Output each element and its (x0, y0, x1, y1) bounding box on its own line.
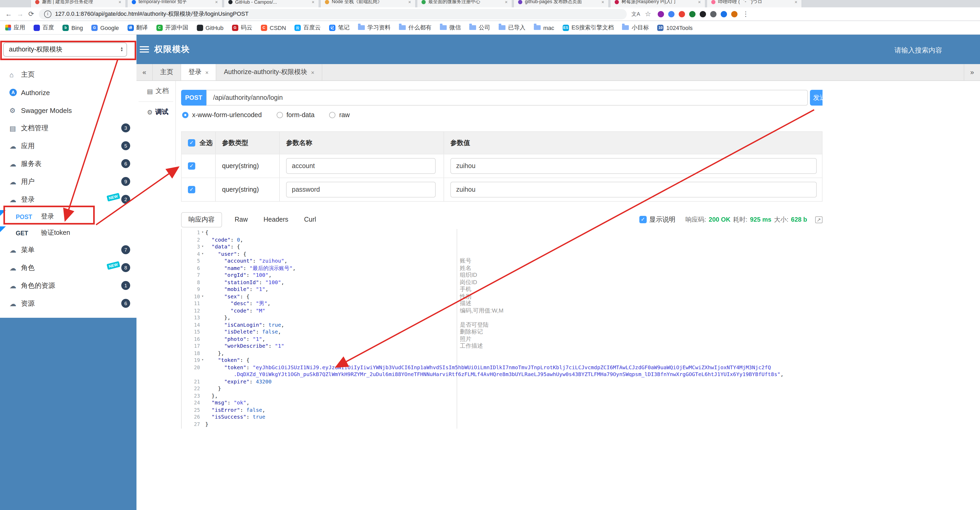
browser-menu-icon[interactable]: ⋮ (742, 11, 749, 18)
debug-panel-item[interactable]: ⚙ 调试 (137, 102, 175, 123)
line-gutter[interactable] (181, 371, 205, 378)
tabs-scroll-right-icon[interactable]: » (964, 64, 980, 80)
browser-tab[interactable]: 趣图 | 建造异步任务处理× (30, 0, 126, 7)
extension-icon[interactable] (689, 11, 695, 17)
param-name-input[interactable]: account (286, 158, 436, 174)
bookmark-item[interactable]: 学习资料 (358, 24, 391, 32)
site-info-icon[interactable]: i (44, 10, 51, 18)
line-gutter[interactable]: 14 (181, 321, 205, 328)
line-gutter[interactable]: 2 (181, 236, 205, 243)
tab-close-icon[interactable]: × (311, 69, 314, 75)
line-gutter[interactable]: 12 (181, 307, 205, 314)
line-gutter[interactable]: 23 (181, 392, 205, 399)
bookmark-item[interactable]: 应用 (5, 24, 25, 32)
bookmark-item[interactable]: 百度 (33, 24, 54, 32)
sidebar-item[interactable]: ☁用户9 (0, 173, 137, 191)
line-gutter[interactable]: 6 (181, 265, 205, 271)
tab-close-icon[interactable]: × (794, 0, 797, 5)
address-bar[interactable]: i 127.0.0.1:8760/api/gate/doc.html#/auth… (39, 9, 627, 19)
browser-tab[interactable]: Node 全栈《前端乱炖》× (320, 0, 416, 7)
response-tab[interactable]: Raw (231, 213, 251, 226)
sidebar-item[interactable]: ☁应用5 (0, 137, 137, 155)
sidebar-item[interactable]: ☁资源6 (0, 295, 137, 312)
request-url-field[interactable]: /api/authority/anno/login (206, 90, 808, 105)
sidebar-item[interactable]: AAuthorize (0, 83, 137, 101)
fold-icon[interactable]: ▾ (200, 229, 205, 236)
fold-icon[interactable]: ▾ (200, 293, 205, 300)
extension-icon[interactable] (710, 11, 716, 17)
fold-icon[interactable]: ▾ (200, 250, 205, 257)
tab-close-icon[interactable]: × (505, 0, 508, 5)
tab-close-icon[interactable]: × (205, 69, 208, 75)
line-gutter[interactable]: 4▾ (181, 250, 205, 257)
param-value-input[interactable]: zuihou (450, 158, 817, 174)
line-gutter[interactable]: 20 (181, 364, 205, 371)
bookmark-item[interactable]: 小目标 (622, 24, 649, 32)
response-tab[interactable]: Curl (301, 213, 320, 226)
line-gutter[interactable]: 1▾ (181, 229, 205, 236)
bookmark-item[interactable]: bBing (62, 24, 83, 31)
tab-close-icon[interactable]: × (408, 0, 411, 5)
extension-icon[interactable] (731, 11, 738, 17)
sidebar-item[interactable]: ☁菜单7 (0, 241, 137, 259)
radio-icon[interactable] (329, 112, 336, 118)
bookmark-item[interactable]: 云百度云 (294, 24, 321, 32)
bookmark-item[interactable]: C开源中国 (156, 24, 188, 32)
row-checkbox[interactable]: ✓ (188, 186, 195, 193)
back-icon[interactable]: ← (5, 11, 12, 18)
param-name-input[interactable]: password (286, 182, 436, 198)
bookmark-star-icon[interactable]: ☆ (645, 11, 651, 18)
tab-close-icon[interactable]: × (698, 0, 701, 5)
response-body-code[interactable]: 1▾{2 "code": 0,3▾ "data": {4▾ "user": {5… (181, 229, 822, 429)
content-type-option[interactable]: x-www-form-urlencoded (182, 112, 262, 119)
send-button[interactable]: 发送 (810, 90, 822, 105)
line-gutter[interactable]: 3▾ (181, 243, 205, 250)
extension-icon[interactable] (700, 11, 706, 17)
browser-tab[interactable]: 树莓派(Raspberry Pi)入门× (610, 0, 705, 7)
bookmark-item[interactable]: 公司 (469, 24, 490, 32)
browser-tab[interactable]: 最全面的微服务注册中心× (417, 0, 512, 7)
line-gutter[interactable]: 27 (181, 421, 205, 427)
sidebar-item[interactable]: ▤文档管理3 (0, 119, 137, 137)
line-gutter[interactable]: 10▾ (181, 293, 205, 300)
bookmark-item[interactable]: 101024Tools (657, 24, 693, 31)
line-gutter[interactable]: 21 (181, 378, 205, 385)
tab-close-icon[interactable]: × (118, 0, 121, 5)
row-checkbox[interactable]: ✓ (188, 162, 195, 170)
select-all-checkbox[interactable]: ✓ (188, 139, 195, 147)
line-gutter[interactable]: 11 (181, 300, 205, 307)
menu-icon[interactable] (140, 45, 149, 54)
response-tab[interactable]: Headers (260, 213, 291, 226)
line-gutter[interactable]: 13 (181, 314, 205, 321)
content-tab[interactable]: 登录× (181, 64, 216, 80)
sidebar-item[interactable]: ☁角色的资源1 (0, 277, 137, 295)
radio-icon[interactable] (182, 112, 188, 118)
tab-close-icon[interactable]: × (312, 0, 314, 5)
line-gutter[interactable]: 22 (181, 385, 205, 392)
bookmark-item[interactable]: CCSDN (261, 24, 286, 31)
line-gutter[interactable]: 5 (181, 257, 205, 265)
extension-icon[interactable] (721, 11, 727, 17)
tabs-scroll-left-icon[interactable]: « (137, 64, 153, 80)
content-type-option[interactable]: raw (329, 112, 350, 119)
browser-tab[interactable]: 哔哩哔哩 (゜-゜)つロ× (706, 0, 802, 7)
line-gutter[interactable]: 15 (181, 328, 205, 335)
bookmark-item[interactable]: GitHub (197, 24, 224, 31)
bookmark-item[interactable]: 微信 (440, 24, 461, 32)
tab-close-icon[interactable]: × (215, 0, 218, 5)
bookmark-item[interactable]: G码云 (232, 24, 253, 32)
extension-icon[interactable] (668, 11, 675, 17)
line-gutter[interactable]: 9 (181, 286, 205, 293)
bookmark-item[interactable]: 译翻译 (127, 24, 148, 32)
line-gutter[interactable]: 16 (181, 335, 205, 343)
content-tab[interactable]: Authorize-authority-权限模块× (216, 64, 322, 80)
translate-icon[interactable]: 文A (632, 10, 640, 18)
header-search[interactable]: 请输入搜索内容 (894, 46, 942, 55)
sidebar-item[interactable]: ⌂主页 (0, 66, 137, 83)
line-gutter[interactable]: 8 (181, 279, 205, 286)
show-desc-checkbox[interactable]: ✓ (640, 216, 647, 223)
sidebar-api-item[interactable]: GET验证token (0, 225, 137, 241)
url-text[interactable]: 127.0.0.1:8760/api/gate/doc.html#/author… (55, 10, 248, 18)
bookmark-item[interactable]: mac (534, 24, 554, 31)
browser-tab[interactable]: github-pages 发布静态页面× (513, 0, 609, 7)
